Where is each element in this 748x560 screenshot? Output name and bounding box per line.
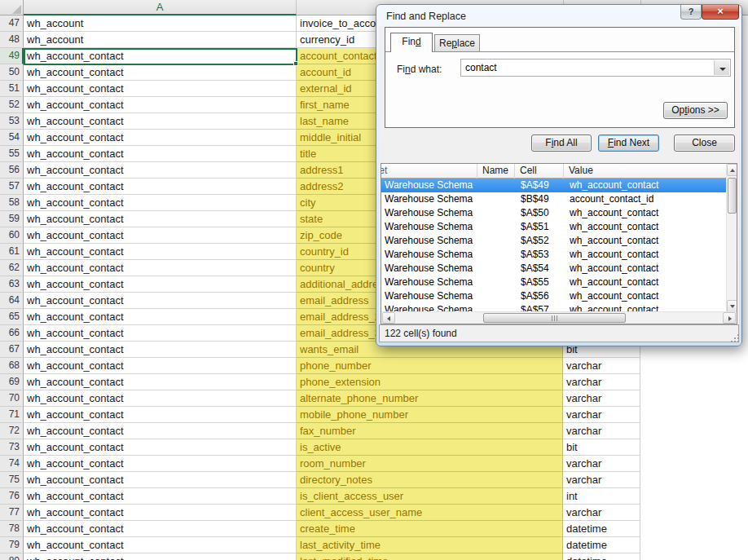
cell-a50[interactable]: wh_account_contact [24, 64, 297, 81]
cell-a62[interactable]: wh_account_contact [24, 260, 297, 276]
row-header-59[interactable]: 59 [0, 211, 24, 227]
cell-a73[interactable]: wh_account_contact [24, 439, 297, 456]
row-header-73[interactable]: 73 [0, 439, 24, 456]
results-col-value[interactable]: Value [564, 164, 726, 179]
cell-a66[interactable]: wh_account_contact [24, 325, 297, 342]
result-row[interactable]: Warehouse Schema$A$52wh_account_contact [381, 234, 726, 248]
cell-a48[interactable]: wh_account [24, 32, 297, 48]
row-header-70[interactable]: 70 [0, 390, 24, 407]
cell-b72[interactable]: fax_number [297, 423, 563, 439]
row-header-48[interactable]: 48 [0, 32, 24, 48]
cell-b77[interactable]: client_access_user_name [297, 505, 563, 521]
close-window-button[interactable]: × [702, 5, 739, 20]
row-header-61[interactable]: 61 [0, 244, 24, 260]
cell-b79[interactable]: last_activity_time [297, 537, 563, 553]
row-header-79[interactable]: 79 [0, 537, 24, 553]
horizontal-scrollbar[interactable] [381, 311, 737, 324]
cell-b70[interactable]: alternate_phone_number [297, 390, 563, 407]
cell-a69[interactable]: wh_account_contact [24, 374, 297, 390]
cell-a78[interactable]: wh_account_contact [24, 521, 297, 537]
row-header-47[interactable]: 47 [0, 15, 24, 32]
row-header-51[interactable]: 51 [0, 81, 24, 97]
cell-b80[interactable]: last_modified_time [297, 553, 563, 560]
row-header-68[interactable]: 68 [0, 358, 24, 374]
close-button[interactable]: Close [674, 134, 735, 152]
row-header-65[interactable]: 65 [0, 309, 24, 325]
cell-b74[interactable]: room_number [297, 456, 563, 472]
cell-a55[interactable]: wh_account_contact [24, 146, 297, 162]
row-header-63[interactable]: 63 [0, 276, 24, 293]
cell-a80[interactable]: wh_account_contact [24, 553, 297, 560]
row-header-75[interactable]: 75 [0, 472, 24, 488]
results-col-name[interactable]: Name [477, 164, 515, 179]
help-button[interactable]: ? [680, 5, 702, 20]
row-header-57[interactable]: 57 [0, 179, 24, 195]
result-row[interactable]: Warehouse Schema$A$54wh_account_contact [381, 262, 726, 276]
result-row[interactable]: Warehouse Schema$A$50wh_account_contact [381, 206, 726, 220]
row-header-58[interactable]: 58 [0, 195, 24, 211]
find-what-combobox[interactable]: contact [460, 59, 731, 77]
result-row[interactable]: Warehouse Schema$B$49account_contact_id [381, 192, 726, 206]
selected-cell-border[interactable] [24, 48, 297, 65]
row-header-80[interactable]: 80 [0, 553, 24, 560]
result-row[interactable]: Warehouse Schema$A$49wh_account_contact [381, 179, 726, 192]
cell-b71[interactable]: mobile_phone_number [297, 407, 563, 423]
cell-c78[interactable]: datetime [563, 521, 640, 537]
row-header-54[interactable]: 54 [0, 130, 24, 146]
cell-a53[interactable]: wh_account_contact [24, 113, 297, 130]
row-header-77[interactable]: 77 [0, 505, 24, 521]
scroll-up-button[interactable] [727, 164, 737, 176]
row-header-76[interactable]: 76 [0, 488, 24, 505]
row-header-74[interactable]: 74 [0, 456, 24, 472]
cell-a72[interactable]: wh_account_contact [24, 423, 297, 439]
cell-a59[interactable]: wh_account_contact [24, 211, 297, 227]
horizontal-scroll-thumb[interactable] [483, 313, 626, 323]
result-row[interactable]: Warehouse Schema$A$53wh_account_contact [381, 248, 726, 262]
cell-a54[interactable]: wh_account_contact [24, 130, 297, 146]
cell-a67[interactable]: wh_account_contact [24, 342, 297, 358]
row-header-60[interactable]: 60 [0, 227, 24, 244]
cell-a68[interactable]: wh_account_contact [24, 358, 297, 374]
select-all-corner[interactable] [0, 0, 24, 15]
cell-c77[interactable]: varchar [563, 505, 640, 521]
cell-a65[interactable]: wh_account_contact [24, 309, 297, 325]
scroll-right-button[interactable] [723, 312, 736, 324]
fill-handle[interactable] [293, 61, 298, 66]
cell-a76[interactable]: wh_account_contact [24, 488, 297, 505]
row-header-52[interactable]: 52 [0, 97, 24, 113]
results-col-cell[interactable]: Cell [515, 164, 564, 179]
row-header-56[interactable]: 56 [0, 162, 24, 179]
row-header-49[interactable]: 49 [0, 48, 24, 64]
cell-b75[interactable]: directory_notes [297, 472, 563, 488]
find-what-value[interactable]: contact [465, 62, 497, 73]
vertical-scroll-thumb[interactable] [728, 178, 737, 214]
cell-c79[interactable]: datetime [563, 537, 640, 553]
cell-a64[interactable]: wh_account_contact [24, 293, 297, 309]
cell-b78[interactable]: create_time [297, 521, 563, 537]
cell-a61[interactable]: wh_account_contact [24, 244, 297, 260]
options-button[interactable]: Options >> [663, 102, 728, 119]
cell-a71[interactable]: wh_account_contact [24, 407, 297, 423]
result-row[interactable]: Warehouse Schema$A$56wh_account_contact [381, 289, 726, 303]
cell-b68[interactable]: phone_number [297, 358, 563, 374]
cell-a52[interactable]: wh_account_contact [24, 97, 297, 113]
scroll-left-button[interactable] [382, 312, 395, 324]
cell-c69[interactable]: varchar [563, 374, 640, 390]
cell-c74[interactable]: varchar [563, 456, 640, 472]
cell-a56[interactable]: wh_account_contact [24, 162, 297, 179]
result-row[interactable]: Warehouse Schema$A$51wh_account_contact [381, 220, 726, 234]
tab-replace[interactable]: Replace [434, 34, 480, 52]
cell-a74[interactable]: wh_account_contact [24, 456, 297, 472]
vertical-scrollbar[interactable] [726, 164, 737, 312]
row-header-53[interactable]: 53 [0, 113, 24, 130]
cell-a70[interactable]: wh_account_contact [24, 390, 297, 407]
cell-a51[interactable]: wh_account_contact [24, 81, 297, 97]
row-header-62[interactable]: 62 [0, 260, 24, 276]
row-header-69[interactable]: 69 [0, 374, 24, 390]
find-next-button[interactable]: Find Next [598, 134, 659, 152]
scroll-down-button[interactable] [727, 300, 737, 312]
cell-c68[interactable]: varchar [563, 358, 640, 374]
cell-c75[interactable]: varchar [563, 472, 640, 488]
row-header-67[interactable]: 67 [0, 342, 24, 358]
cell-a79[interactable]: wh_account_contact [24, 537, 297, 553]
